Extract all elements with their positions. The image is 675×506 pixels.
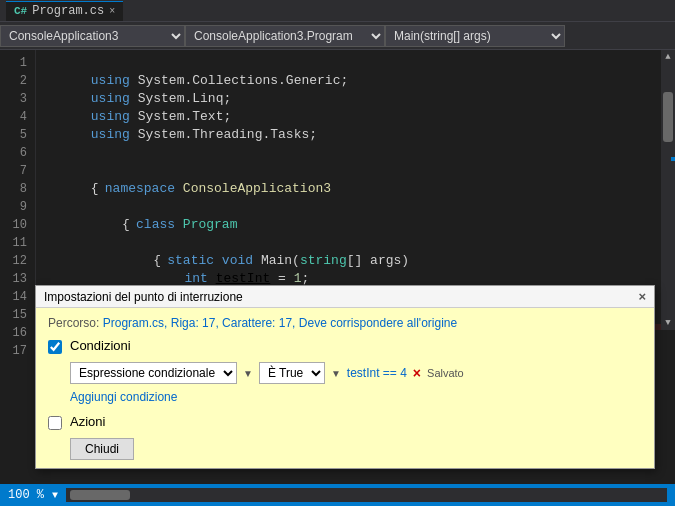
code-line: - namespace ConsoleApplication3 [44,144,661,162]
scroll-thumb[interactable] [663,92,673,142]
bp-path-row: Percorso: Program.cs, Riga: 17, Caratter… [48,316,642,330]
vertical-scrollbar[interactable]: ▲ ▼ [661,50,675,330]
close-button[interactable]: Chiudi [70,438,134,460]
toolbar: ConsoleApplication3 ConsoleApplication3.… [0,22,675,50]
add-condition-row: Aggiungi condizione [48,390,642,404]
scroll-down-arrow[interactable]: ▼ [661,318,675,328]
actions-label: Azioni [70,414,105,429]
conditions-label: Condizioni [70,338,131,353]
tab-icon: C# [14,5,27,17]
close-button-row: Chiudi [48,438,642,460]
actions-checkbox[interactable] [48,416,62,430]
conditions-section: Condizioni [48,338,642,354]
status-bar: 100 % ▼ [0,484,675,506]
scroll-indicator [671,157,675,161]
member-selector[interactable]: ConsoleApplication3.Program [185,25,385,47]
condition-remove-button[interactable]: × [413,365,421,381]
condition-operator-select[interactable]: È True [259,362,325,384]
condition-row: Espressione condizionale ▼ È True ▼ test… [70,362,642,384]
code-line: using System.Linq; [44,72,661,90]
dropdown-arrow: ▼ [243,368,253,379]
popup-body: Percorso: Program.cs, Riga: 17, Caratter… [36,308,654,468]
conditions-checkbox[interactable] [48,340,62,354]
tab-label: Program.cs [32,4,104,18]
add-condition-link[interactable]: Aggiungi condizione [70,390,177,404]
class-selector[interactable]: ConsoleApplication3 [0,25,185,47]
code-line [44,126,661,144]
breakpoint-settings-popup: Impostazioni del punto di interruzione ×… [35,285,655,469]
code-line: int testInt = 1; [44,252,661,270]
condition-type-select[interactable]: Espressione condizionale [70,362,237,384]
horizontal-scrollbar[interactable] [66,488,667,502]
path-label: Percorso: [48,316,99,330]
popup-close-button[interactable]: × [638,289,646,304]
tab-program-cs[interactable]: C# Program.cs × [6,1,123,21]
popup-title: Impostazioni del punto di interruzione [44,290,243,304]
code-line: using System.Text; [44,90,661,108]
condition-saved-label: Salvato [427,367,464,379]
code-line: - class Program [44,180,661,198]
tab-close-button[interactable]: × [109,6,115,17]
dropdown-arrow2: ▼ [331,368,341,379]
code-line: { [44,198,661,216]
zoom-level: 100 % [8,488,44,502]
code-line: { [44,234,661,252]
zoom-dropdown-icon[interactable]: ▼ [52,490,58,501]
actions-section: Azioni [48,414,642,430]
code-line: using System.Collections.Generic; [44,54,661,72]
popup-header: Impostazioni del punto di interruzione × [36,286,654,308]
code-line: - static void Main(string[] args) [44,216,661,234]
method-selector[interactable]: Main(string[] args) [385,25,565,47]
code-line: using System.Threading.Tasks; [44,108,661,126]
path-link[interactable]: Program.cs, Riga: 17, Carattere: 17, Dev… [103,316,457,330]
code-line: { [44,162,661,180]
line-numbers: 1 2 3 4 5 6 7 8 9 10 11 12 13 14 15 16 1… [0,50,36,330]
title-bar: C# Program.cs × [0,0,675,22]
h-scroll-thumb[interactable] [70,490,130,500]
scroll-up-arrow[interactable]: ▲ [661,52,675,62]
condition-value: testInt == 4 [347,366,407,380]
